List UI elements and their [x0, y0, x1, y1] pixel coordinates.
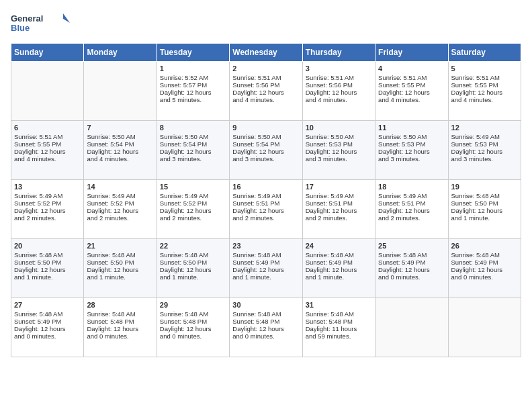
calendar-cell: 16Sunrise: 5:49 AMSunset: 5:51 PMDayligh…: [230, 180, 302, 239]
calendar-cell: 27Sunrise: 5:48 AMSunset: 5:49 PMDayligh…: [11, 298, 84, 357]
day-info: Sunset: 5:55 PM: [14, 140, 81, 148]
day-number: 31: [306, 301, 372, 309]
day-info: and 4 minutes.: [378, 96, 445, 103]
day-info: Daylight: 12 hours: [232, 207, 299, 214]
day-info: Daylight: 12 hours: [306, 266, 372, 273]
svg-marker-2: [63, 13, 70, 23]
day-info: Daylight: 12 hours: [378, 207, 445, 214]
day-info: Sunrise: 5:48 AM: [87, 310, 153, 318]
day-info: Daylight: 12 hours: [232, 148, 299, 155]
calendar-cell: 13Sunrise: 5:49 AMSunset: 5:52 PMDayligh…: [11, 180, 84, 239]
weekday-header-tuesday: Tuesday: [157, 44, 229, 62]
day-info: and 1 minute.: [87, 273, 153, 281]
day-info: and 2 minutes.: [87, 214, 153, 222]
calendar-week-row: 20Sunrise: 5:48 AMSunset: 5:50 PMDayligh…: [11, 239, 521, 298]
day-info: Sunrise: 5:51 AM: [378, 74, 445, 81]
day-info: and 2 minutes.: [232, 214, 299, 222]
calendar-cell: 31Sunrise: 5:48 AMSunset: 5:48 PMDayligh…: [302, 298, 375, 357]
calendar-cell: 11Sunrise: 5:50 AMSunset: 5:53 PMDayligh…: [375, 121, 448, 180]
day-info: Daylight: 11 hours: [306, 325, 372, 332]
day-number: 1: [160, 64, 226, 73]
day-number: 6: [14, 124, 81, 132]
day-info: Sunrise: 5:51 AM: [451, 74, 518, 81]
calendar-week-row: 27Sunrise: 5:48 AMSunset: 5:49 PMDayligh…: [11, 298, 521, 357]
day-info: Sunrise: 5:48 AM: [306, 251, 372, 259]
day-info: Sunset: 5:57 PM: [160, 81, 226, 89]
day-info: Daylight: 12 hours: [306, 148, 372, 155]
calendar-week-row: 6Sunrise: 5:51 AMSunset: 5:55 PMDaylight…: [11, 121, 521, 180]
day-info: Daylight: 12 hours: [87, 207, 153, 214]
day-info: Sunrise: 5:50 AM: [378, 133, 445, 140]
day-info: Daylight: 12 hours: [14, 325, 81, 332]
calendar-cell: 21Sunrise: 5:48 AMSunset: 5:50 PMDayligh…: [84, 239, 157, 298]
day-number: 24: [306, 242, 372, 250]
day-info: Sunrise: 5:49 AM: [451, 133, 518, 140]
weekday-header-wednesday: Wednesday: [230, 44, 302, 62]
day-info: Sunrise: 5:48 AM: [232, 310, 299, 318]
day-info: and 4 minutes.: [87, 155, 153, 163]
day-info: Sunrise: 5:49 AM: [378, 192, 445, 199]
day-number: 9: [232, 124, 299, 132]
day-info: Sunset: 5:49 PM: [451, 259, 518, 266]
day-info: Daylight: 12 hours: [378, 148, 445, 155]
day-info: and 2 minutes.: [160, 214, 226, 222]
day-number: 27: [14, 301, 81, 309]
calendar-cell: 5Sunrise: 5:51 AMSunset: 5:55 PMDaylight…: [448, 62, 521, 121]
day-info: Sunset: 5:50 PM: [160, 259, 226, 266]
day-info: Sunrise: 5:51 AM: [14, 133, 81, 140]
day-info: Sunset: 5:48 PM: [87, 318, 153, 325]
calendar-table: SundayMondayTuesdayWednesdayThursdayFrid…: [11, 43, 521, 357]
day-info: and 1 minute.: [232, 273, 299, 281]
day-number: 5: [451, 64, 518, 73]
day-info: Sunrise: 5:48 AM: [451, 192, 518, 199]
day-info: Sunset: 5:51 PM: [378, 199, 445, 207]
day-number: 28: [87, 301, 153, 309]
calendar-cell: 28Sunrise: 5:48 AMSunset: 5:48 PMDayligh…: [84, 298, 157, 357]
day-number: 14: [87, 183, 153, 191]
day-info: Sunrise: 5:50 AM: [160, 133, 226, 140]
day-info: Sunset: 5:50 PM: [14, 259, 81, 266]
day-number: 17: [306, 183, 372, 191]
calendar-cell: 3Sunrise: 5:51 AMSunset: 5:56 PMDaylight…: [302, 62, 375, 121]
logo-svg: General Blue: [11, 11, 71, 35]
day-info: and 0 minutes.: [14, 332, 81, 340]
day-info: Daylight: 12 hours: [306, 207, 372, 214]
day-number: 26: [451, 242, 518, 250]
day-info: Sunrise: 5:48 AM: [378, 251, 445, 259]
day-number: 2: [232, 64, 299, 73]
day-info: Daylight: 12 hours: [160, 148, 226, 155]
day-info: and 0 minutes.: [451, 273, 518, 281]
calendar-cell: 18Sunrise: 5:49 AMSunset: 5:51 PMDayligh…: [375, 180, 448, 239]
day-info: Sunset: 5:48 PM: [160, 318, 226, 325]
day-info: Daylight: 12 hours: [451, 148, 518, 155]
day-info: Daylight: 12 hours: [160, 89, 226, 96]
calendar-cell: 10Sunrise: 5:50 AMSunset: 5:53 PMDayligh…: [302, 121, 375, 180]
day-info: Sunrise: 5:51 AM: [232, 74, 299, 81]
day-info: Daylight: 12 hours: [232, 325, 299, 332]
day-number: 10: [306, 124, 372, 132]
day-info: Sunset: 5:52 PM: [160, 199, 226, 207]
day-info: and 1 minute.: [160, 273, 226, 281]
day-info: Daylight: 12 hours: [160, 325, 226, 332]
day-info: Sunset: 5:55 PM: [451, 81, 518, 89]
day-number: 18: [378, 183, 445, 191]
day-info: Sunrise: 5:49 AM: [160, 192, 226, 199]
calendar-cell: 19Sunrise: 5:48 AMSunset: 5:50 PMDayligh…: [448, 180, 521, 239]
calendar-header: SundayMondayTuesdayWednesdayThursdayFrid…: [11, 44, 521, 62]
day-info: Sunset: 5:53 PM: [306, 140, 372, 148]
day-info: Daylight: 12 hours: [14, 266, 81, 273]
day-info: and 2 minutes.: [306, 214, 372, 222]
calendar-cell: 26Sunrise: 5:48 AMSunset: 5:49 PMDayligh…: [448, 239, 521, 298]
day-info: Sunset: 5:50 PM: [451, 199, 518, 207]
day-info: and 0 minutes.: [87, 332, 153, 340]
day-info: Sunrise: 5:48 AM: [451, 251, 518, 259]
calendar-cell: 30Sunrise: 5:48 AMSunset: 5:48 PMDayligh…: [230, 298, 302, 357]
calendar-cell: 1Sunrise: 5:52 AMSunset: 5:57 PMDaylight…: [157, 62, 229, 121]
day-info: Sunrise: 5:48 AM: [14, 310, 81, 318]
day-info: and 5 minutes.: [160, 96, 226, 103]
day-info: Sunrise: 5:49 AM: [14, 192, 81, 199]
day-info: Sunset: 5:52 PM: [87, 199, 153, 207]
weekday-header-sunday: Sunday: [11, 44, 84, 62]
calendar-cell: 6Sunrise: 5:51 AMSunset: 5:55 PMDaylight…: [11, 121, 84, 180]
day-info: Daylight: 12 hours: [14, 148, 81, 155]
